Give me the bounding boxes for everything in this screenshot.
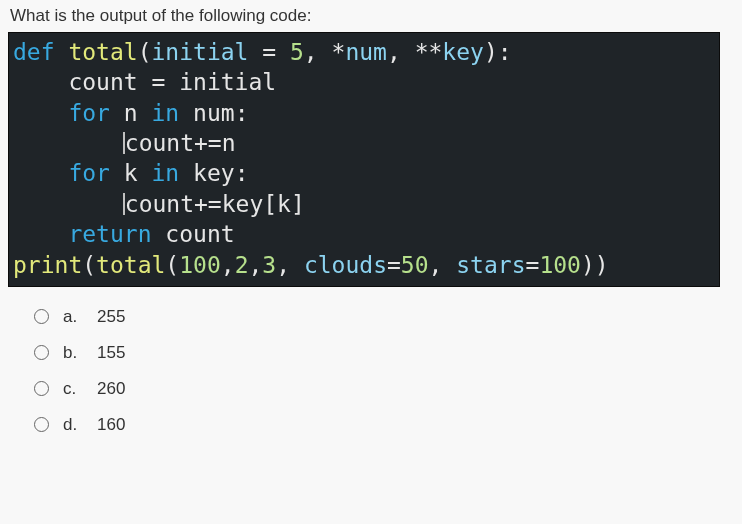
option-text: 260 — [97, 379, 125, 399]
radio-icon[interactable] — [34, 345, 49, 360]
code-txt: , * — [304, 39, 346, 65]
code-var: n — [124, 100, 138, 126]
code-txt: ( — [165, 252, 179, 278]
option-text: 160 — [97, 415, 125, 435]
options-list: a. 255 b. 155 c. 260 d. 160 — [8, 287, 734, 435]
code-kw: return — [68, 221, 151, 247]
code-txt: count+=key[k] — [125, 191, 305, 217]
code-txt: : — [235, 100, 249, 126]
code-var: num — [193, 100, 235, 126]
code-txt: count+=n — [125, 130, 236, 156]
code-txt — [151, 221, 165, 247]
code-pad — [13, 130, 124, 156]
code-txt — [179, 160, 193, 186]
code-txt: )) — [581, 252, 609, 278]
code-var: key — [193, 160, 235, 186]
code-txt — [138, 160, 152, 186]
code-txt: = — [248, 39, 290, 65]
code-txt: , — [248, 252, 262, 278]
code-txt: ( — [82, 252, 96, 278]
option-a[interactable]: a. 255 — [34, 307, 734, 327]
code-txt — [110, 160, 124, 186]
code-txt: , — [221, 252, 235, 278]
code-num: 100 — [539, 252, 581, 278]
code-kw: in — [152, 160, 180, 186]
code-kw: for — [68, 160, 110, 186]
radio-icon[interactable] — [34, 309, 49, 324]
option-text: 255 — [97, 307, 125, 327]
code-num: 3 — [262, 252, 276, 278]
code-fn: total — [68, 39, 137, 65]
code-kw: in — [152, 100, 180, 126]
code-var: count — [68, 69, 137, 95]
question-text: What is the output of the following code… — [8, 6, 734, 26]
code-num: 2 — [235, 252, 249, 278]
option-b[interactable]: b. 155 — [34, 343, 734, 363]
code-var: k — [124, 160, 138, 186]
code-txt: , — [429, 252, 457, 278]
code-pad — [13, 69, 68, 95]
code-pad — [13, 100, 68, 126]
option-letter: a. — [63, 307, 83, 327]
option-letter: d. — [63, 415, 83, 435]
code-txt: : — [235, 160, 249, 186]
code-fn: total — [96, 252, 165, 278]
code-num: 100 — [179, 252, 221, 278]
code-var: stars — [456, 252, 525, 278]
option-d[interactable]: d. 160 — [34, 415, 734, 435]
option-c[interactable]: c. 260 — [34, 379, 734, 399]
option-letter: c. — [63, 379, 83, 399]
code-txt — [55, 39, 69, 65]
code-txt — [110, 100, 124, 126]
code-txt: ): — [484, 39, 512, 65]
code-txt: = — [526, 252, 540, 278]
option-letter: b. — [63, 343, 83, 363]
code-txt: = — [387, 252, 401, 278]
code-txt: = — [138, 69, 180, 95]
code-pad — [13, 221, 68, 247]
code-kw: def — [13, 39, 55, 65]
code-txt — [179, 100, 193, 126]
radio-icon[interactable] — [34, 417, 49, 432]
code-block: def total(initial = 5, *num, **key): cou… — [8, 32, 720, 287]
code-txt: , — [276, 252, 304, 278]
code-txt: , ** — [387, 39, 442, 65]
code-kw: for — [68, 100, 110, 126]
code-num: 5 — [290, 39, 304, 65]
code-txt: ( — [138, 39, 152, 65]
code-var: clouds — [304, 252, 387, 278]
code-var: key — [442, 39, 484, 65]
code-num: 50 — [401, 252, 429, 278]
option-text: 155 — [97, 343, 125, 363]
code-pad — [13, 160, 68, 186]
code-var: initial — [152, 39, 249, 65]
code-pad — [13, 191, 124, 217]
code-var: count — [165, 221, 234, 247]
code-txt — [138, 100, 152, 126]
code-var: num — [345, 39, 387, 65]
code-fn: print — [13, 252, 82, 278]
code-var: initial — [179, 69, 276, 95]
radio-icon[interactable] — [34, 381, 49, 396]
